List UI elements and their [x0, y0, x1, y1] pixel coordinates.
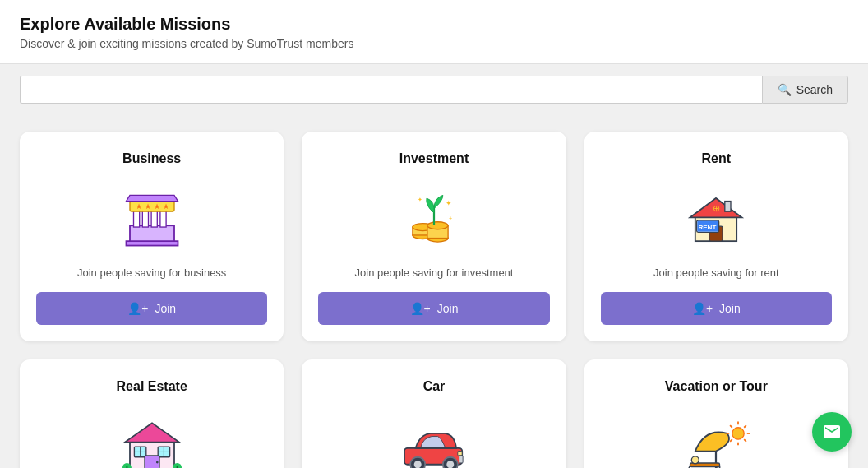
mission-title-investment: Investment — [399, 151, 469, 166]
svg-rect-4 — [160, 211, 166, 227]
svg-text:RENT: RENT — [699, 224, 717, 231]
svg-text:⊕: ⊕ — [713, 203, 720, 213]
join-icon: 👤+ — [127, 302, 148, 315]
svg-text:★: ★ — [136, 202, 142, 211]
svg-rect-3 — [151, 211, 157, 227]
missions-grid: Business ★ ★ ★ ★ Join p — [0, 115, 868, 468]
mission-card-real-estate: Real Estate — [20, 359, 284, 468]
svg-point-57 — [732, 428, 744, 439]
svg-rect-50 — [458, 452, 462, 456]
join-button-rent[interactable]: 👤+ Join — [601, 292, 832, 325]
mission-card-rent: Rent RENT ⊕ Join people saving for rent — [584, 132, 848, 341]
mission-icon-vacation — [675, 407, 757, 468]
join-icon: 👤+ — [692, 302, 713, 315]
page-subtitle: Discover & join exciting missions create… — [20, 37, 848, 50]
svg-marker-11 — [126, 195, 178, 201]
svg-rect-0 — [130, 225, 174, 242]
svg-text:★: ★ — [145, 202, 151, 211]
svg-line-64 — [745, 425, 747, 428]
search-icon: 🔍 — [778, 83, 792, 96]
svg-rect-5 — [126, 241, 178, 245]
mission-description-investment: Join people saving for investment — [355, 266, 514, 279]
svg-point-39 — [156, 461, 159, 464]
svg-marker-31 — [124, 423, 179, 442]
mission-title-business: Business — [122, 151, 181, 166]
svg-point-47 — [414, 461, 422, 468]
svg-text:★: ★ — [153, 202, 159, 211]
mission-description-business: Join people saving for business — [77, 266, 226, 279]
svg-rect-51 — [459, 456, 464, 463]
svg-line-65 — [730, 439, 732, 442]
svg-rect-24 — [725, 202, 731, 212]
svg-point-17 — [427, 222, 448, 229]
mission-icon-investment: ✦ ✦ + — [393, 179, 475, 253]
mission-card-vacation: Vacation or Tour — [584, 359, 848, 468]
svg-text:+: + — [449, 215, 452, 222]
svg-text:★: ★ — [162, 202, 169, 211]
mission-card-investment: Investment ✦ ✦ + Join — [302, 132, 566, 341]
mission-title-car: Car — [423, 379, 446, 394]
svg-line-63 — [745, 439, 747, 442]
chat-fab-button[interactable] — [812, 412, 852, 452]
mission-icon-car — [393, 407, 475, 468]
mission-icon-rent: RENT ⊕ — [675, 179, 757, 253]
mission-title-real-estate: Real Estate — [117, 379, 187, 394]
svg-text:✦: ✦ — [445, 199, 451, 207]
search-button[interactable]: 🔍 Search — [762, 76, 848, 104]
join-button-investment[interactable]: 👤+ Join — [318, 292, 549, 325]
mission-icon-business: ★ ★ ★ ★ — [111, 179, 193, 253]
svg-point-49 — [446, 461, 454, 468]
svg-text:✦: ✦ — [418, 196, 422, 203]
page-header: Explore Available Missions Discover & jo… — [0, 0, 868, 64]
svg-line-62 — [730, 425, 732, 428]
join-icon: 👤+ — [410, 302, 431, 315]
mission-description-rent: Join people saving for rent — [653, 266, 778, 279]
search-input[interactable] — [20, 76, 762, 104]
mission-title-rent: Rent — [702, 151, 732, 166]
mission-card-business: Business ★ ★ ★ ★ Join p — [20, 132, 284, 341]
svg-point-54 — [692, 456, 699, 464]
svg-rect-2 — [142, 211, 148, 227]
mission-title-vacation: Vacation or Tour — [665, 379, 768, 394]
search-bar: 🔍 Search — [0, 64, 868, 115]
join-button-business[interactable]: 👤+ Join — [36, 292, 267, 325]
page-title: Explore Available Missions — [20, 15, 848, 34]
chat-icon — [822, 422, 842, 442]
mission-icon-real-estate — [111, 407, 193, 468]
svg-rect-1 — [133, 211, 139, 227]
mission-card-car: Car Join people saving for car — [302, 359, 566, 468]
